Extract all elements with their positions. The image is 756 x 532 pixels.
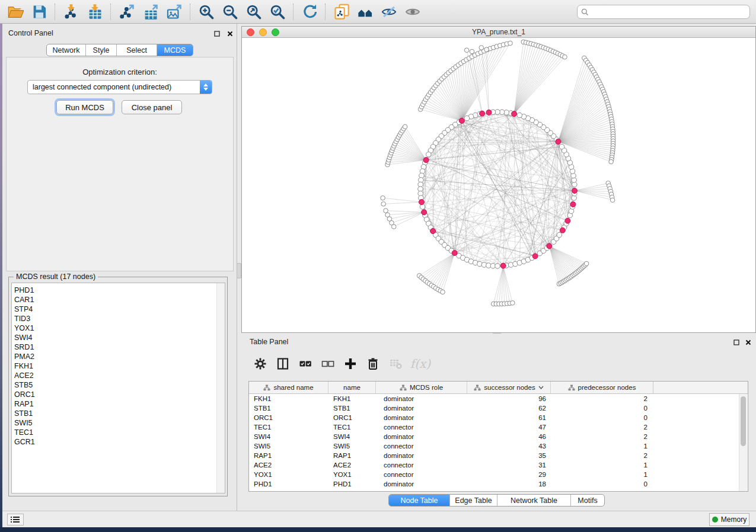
mcds-result-item[interactable]: YOX1 — [12, 323, 225, 333]
column-header-successor-nodes[interactable]: successor nodes — [467, 382, 551, 393]
mcds-result-item[interactable]: PHD1 — [12, 286, 225, 295]
mcds-result-item[interactable]: SWI5 — [12, 418, 225, 428]
duplicate-network-button[interactable] — [331, 2, 352, 21]
tab-network-table[interactable]: Network Table — [497, 495, 571, 506]
mcds-result-item[interactable]: CAR1 — [12, 295, 225, 305]
mcds-result-item[interactable]: TEC1 — [12, 428, 225, 437]
tab-style[interactable]: Style — [86, 44, 117, 56]
tab-mcds[interactable]: MCDS — [157, 44, 193, 56]
tab-select[interactable]: Select — [117, 44, 157, 56]
mcds-result-item[interactable]: STB5 — [12, 380, 225, 390]
cell-predecessor-nodes: 1 — [551, 441, 653, 451]
function-icon: f(x) — [410, 357, 430, 371]
vertical-splitter-handle[interactable] — [237, 263, 241, 278]
first-neighbors-button[interactable] — [355, 2, 376, 21]
column-header-mcds-role[interactable]: MCDS role — [376, 382, 467, 393]
float-panel-icon[interactable] — [213, 30, 221, 38]
export-network-icon — [119, 4, 135, 20]
cell-predecessor-nodes: 1 — [551, 460, 653, 470]
save-session-button[interactable] — [28, 2, 50, 21]
mcds-result-item[interactable]: PMA2 — [12, 352, 225, 361]
zoom-out-button[interactable] — [219, 2, 241, 21]
search-input[interactable] — [591, 7, 749, 17]
cell-shared-name: SWI4 — [249, 432, 328, 441]
show-all-icon — [404, 4, 421, 20]
gear-button[interactable] — [250, 354, 271, 374]
node-table: shared name name MCDS role successor nod… — [248, 381, 748, 492]
refresh-view-button[interactable] — [299, 2, 320, 21]
function-builder-button[interactable]: f(x) — [407, 354, 433, 374]
export-table-button[interactable] — [140, 2, 161, 21]
table-row[interactable]: SWI5SWI5connector431 — [249, 441, 748, 451]
hide-selected-button[interactable] — [378, 2, 400, 21]
table-row[interactable]: ORC1ORC1dominator610 — [249, 413, 748, 422]
column-header-name[interactable]: name — [328, 382, 376, 393]
network-canvas[interactable] — [242, 38, 755, 332]
network-graph[interactable] — [242, 38, 755, 332]
main-toolbar — [0, 0, 756, 24]
network-window-titlebar[interactable]: YPA_prune.txt_1 — [242, 27, 755, 38]
mcds-result-item[interactable]: FKH1 — [12, 361, 225, 371]
deselect-all-button[interactable] — [317, 354, 339, 374]
mcds-result-item[interactable]: RAP1 — [12, 399, 225, 409]
float-table-panel-icon[interactable] — [732, 338, 741, 347]
table-scrollbar[interactable] — [739, 394, 747, 491]
cell-mcds-role: dominator — [376, 394, 467, 403]
zoom-selected-button[interactable] — [267, 2, 288, 21]
cell-successor-nodes: 61 — [467, 413, 551, 422]
memory-button[interactable]: Memory — [709, 513, 749, 526]
tab-network[interactable]: Network — [47, 44, 86, 56]
show-all-button[interactable] — [402, 2, 423, 21]
search-box[interactable] — [577, 5, 750, 19]
cell-name: STB1 — [328, 403, 376, 413]
task-history-button[interactable] — [7, 514, 24, 525]
mcds-result-item[interactable]: ORC1 — [12, 390, 225, 399]
table-row[interactable]: ACE2ACE2connector311 — [249, 460, 748, 470]
mcds-result-item[interactable]: SWI4 — [12, 333, 225, 342]
mcds-result-item[interactable]: STB1 — [12, 409, 225, 418]
save-session-icon — [31, 4, 47, 20]
mcds-result-item[interactable]: STP4 — [12, 305, 225, 314]
delete-button[interactable] — [362, 354, 384, 374]
tab-motifs[interactable]: Motifs — [571, 495, 604, 506]
run-mcds-button[interactable]: Run MCDS — [56, 100, 113, 114]
zoom-in-button[interactable] — [196, 2, 217, 21]
duplicate-network-icon — [333, 4, 350, 20]
import-network-button[interactable] — [60, 2, 82, 21]
control-panel-title: Control Panel — [8, 29, 53, 37]
column-header-predecessor-nodes[interactable]: predecessor nodes — [551, 382, 653, 393]
export-network-button[interactable] — [116, 2, 138, 21]
close-table-panel-icon[interactable] — [744, 338, 752, 347]
tab-edge-table[interactable]: Edge Table — [450, 495, 497, 506]
table-scrollbar-thumb[interactable] — [741, 396, 746, 446]
table-row[interactable]: FKH1FKH1dominator962 — [249, 394, 748, 403]
open-file-button[interactable] — [5, 2, 26, 21]
column-header-shared-name[interactable]: shared name — [249, 382, 328, 393]
toolbar-separator — [325, 4, 326, 20]
table-row[interactable]: PHD1PHD1dominator180 — [249, 479, 748, 489]
table-row[interactable]: SWI4SWI4dominator462 — [249, 432, 748, 441]
zoom-fit-button[interactable] — [243, 2, 264, 21]
select-all-button[interactable] — [295, 354, 316, 374]
export-image-button[interactable] — [164, 2, 185, 21]
mcds-result-list[interactable]: PHD1CAR1STP4TID3YOX1SWI4SRD1PMA2FKH1ACE2… — [11, 283, 225, 493]
columns-button[interactable] — [272, 354, 294, 374]
shared-column-icon — [263, 384, 270, 391]
mcds-result-item[interactable]: SRD1 — [12, 342, 225, 352]
mcds-result-item[interactable]: ACE2 — [12, 371, 225, 380]
import-table-button[interactable] — [84, 2, 106, 21]
mcds-result-item[interactable]: GCR1 — [12, 437, 225, 447]
close-panel-icon[interactable] — [226, 30, 234, 38]
delete-table-button[interactable] — [385, 354, 406, 374]
close-panel-button[interactable]: Close panel — [122, 100, 182, 114]
table-row[interactable]: RAP1RAP1dominator352 — [249, 451, 748, 460]
mcds-result-item[interactable]: TID3 — [12, 314, 225, 323]
table-row[interactable]: YOX1YOX1connector291 — [249, 470, 748, 479]
tab-node-table[interactable]: Node Table — [389, 495, 450, 506]
add-button[interactable] — [340, 354, 361, 374]
zoom-in-icon — [198, 4, 215, 20]
criterion-dropdown[interactable]: largest connected component (undirected) — [27, 80, 212, 94]
mcds-list-scrollbar[interactable] — [216, 283, 225, 493]
table-row[interactable]: STB1STB1dominator620 — [249, 403, 748, 413]
table-row[interactable]: TEC1TEC1connector472 — [249, 422, 748, 432]
